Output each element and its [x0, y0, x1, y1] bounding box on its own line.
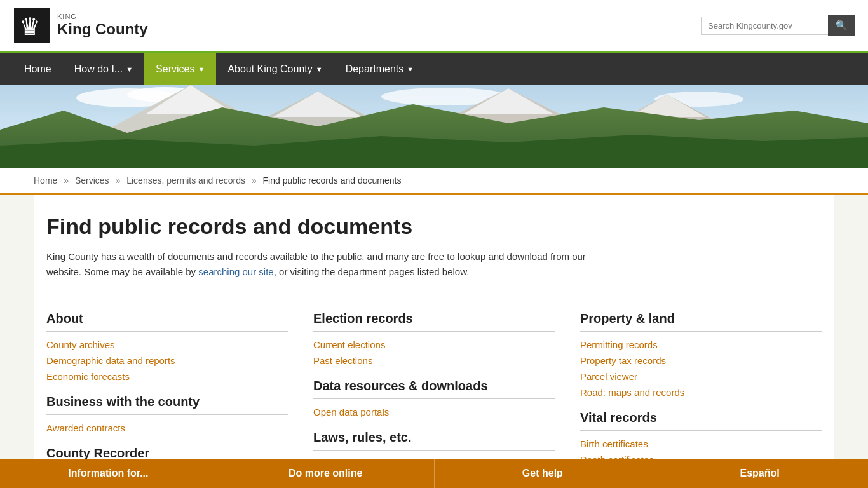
column-about: About County archives Demographic data a… [46, 299, 288, 474]
breadcrumb-sep-3: » [252, 175, 257, 186]
section-heading-property: Property & land [580, 311, 822, 326]
page-title: Find public records and documents [46, 214, 822, 239]
section-heading-vital-records: Vital records [580, 410, 822, 425]
section-heading-elections: Election records [313, 311, 555, 326]
site-header: ♛ KING King County 🔍 [0, 0, 868, 53]
footer-get-help-label: Get help [522, 468, 563, 478]
link-permitting-records[interactable]: Permitting records [580, 339, 822, 350]
column-property: Property & land Permitting records Prope… [580, 299, 822, 474]
footer-espanol-label: Español [740, 468, 780, 478]
breadcrumb-sep-1: » [64, 175, 69, 186]
king-county-logo-icon: ♛ [13, 6, 51, 44]
link-birth-certificates[interactable]: Birth certificates [580, 438, 822, 449]
section-heading-business: Business with the county [46, 395, 288, 409]
section-divider-vital-records [580, 430, 822, 431]
link-parcel-viewer[interactable]: Parcel viewer [580, 371, 822, 382]
section-divider-laws [313, 450, 555, 451]
search-area: 🔍 [701, 15, 855, 36]
footer-information-label: Information for... [68, 468, 148, 478]
page-intro: King County has a wealth of documents an… [46, 249, 618, 280]
link-road-maps[interactable]: Road: maps and records [580, 387, 822, 398]
main-nav: Home How do I... ▼ Services ▼ About King… [0, 53, 868, 85]
intro-text-2: , or visiting the department pages liste… [274, 266, 470, 277]
section-divider-elections [313, 331, 555, 332]
breadcrumb-home[interactable]: Home [34, 175, 57, 186]
column-elections: Election records Current elections Past … [313, 299, 555, 474]
nav-services[interactable]: Services ▼ [144, 53, 216, 85]
link-past-elections[interactable]: Past elections [313, 355, 555, 366]
link-open-data-portals[interactable]: Open data portals [313, 407, 555, 417]
section-divider-about [46, 331, 288, 332]
section-heading-data-resources: Data resources & downloads [313, 379, 555, 393]
nav-departments[interactable]: Departments ▼ [334, 53, 425, 85]
footer-do-more-online[interactable]: Do more online [217, 459, 435, 488]
breadcrumb-sep-2: » [116, 175, 121, 186]
footer-bar: Information for... Do more online Get he… [0, 459, 868, 488]
nav-about[interactable]: About King County ▼ [216, 53, 334, 85]
section-heading-about: About [46, 311, 288, 326]
footer-get-help[interactable]: Get help [435, 459, 652, 488]
link-property-tax-records[interactable]: Property tax records [580, 355, 822, 366]
content-grid: About County archives Demographic data a… [46, 299, 822, 474]
nav-home[interactable]: Home [13, 53, 63, 85]
breadcrumb-bar: Home » Services » Licenses, permits and … [0, 168, 868, 195]
hero-mountains [0, 85, 868, 168]
search-input[interactable] [701, 17, 828, 35]
section-divider-data-resources [313, 398, 555, 399]
hero-image [0, 85, 868, 168]
section-divider-business [46, 414, 288, 415]
section-divider-property [580, 331, 822, 332]
logo-text: KING King County [57, 13, 148, 38]
breadcrumb: Home » Services » Licenses, permits and … [34, 175, 834, 186]
link-county-archives[interactable]: County archives [46, 339, 288, 350]
breadcrumb-licenses[interactable]: Licenses, permits and records [126, 175, 245, 186]
breadcrumb-services[interactable]: Services [75, 175, 109, 186]
link-economic-forecasts[interactable]: Economic forecasts [46, 371, 288, 382]
footer-do-more-label: Do more online [288, 468, 362, 478]
link-current-elections[interactable]: Current elections [313, 339, 555, 350]
footer-information-for[interactable]: Information for... [0, 459, 217, 488]
logo-area: ♛ KING King County [13, 6, 148, 44]
link-demographic-data[interactable]: Demographic data and reports [46, 355, 288, 366]
search-button[interactable]: 🔍 [828, 15, 855, 36]
breadcrumb-current: Find public records and documents [263, 175, 402, 186]
footer-espanol[interactable]: Español [651, 459, 868, 488]
svg-text:♛: ♛ [19, 13, 41, 40]
intro-search-link[interactable]: searching our site [198, 266, 273, 277]
link-awarded-contracts[interactable]: Awarded contracts [46, 423, 288, 433]
section-heading-laws: Laws, rules, etc. [313, 430, 555, 445]
main-content: Find public records and documents King C… [34, 195, 834, 488]
nav-how-do-i[interactable]: How do I... ▼ [63, 53, 144, 85]
